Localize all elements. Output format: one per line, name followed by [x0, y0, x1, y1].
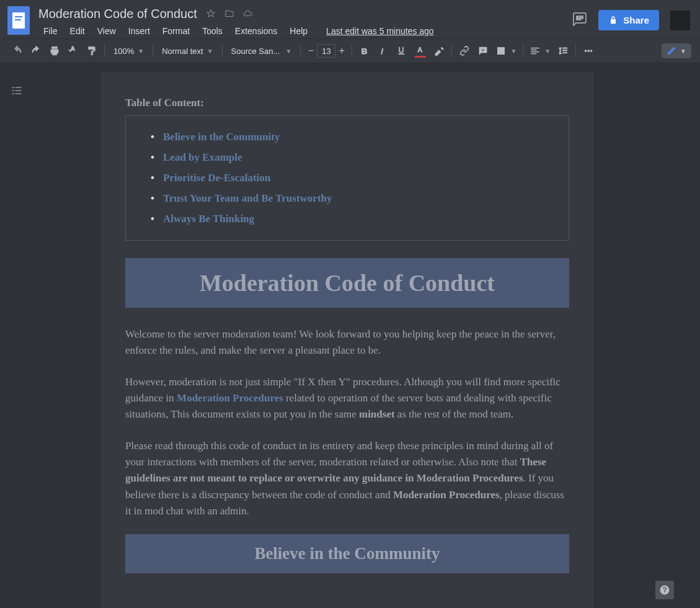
toolbar: 100%▼ Normal text▼ Source San...▼ − + B … [0, 38, 700, 63]
menu-insert[interactable]: Insert [123, 24, 155, 38]
docs-logo[interactable] [7, 6, 30, 35]
menu-file[interactable]: File [38, 24, 63, 38]
svg-text:I: I [381, 47, 384, 56]
paragraph: However, moderation is not just simple "… [125, 374, 569, 423]
inline-link[interactable]: Moderation Procedures [177, 392, 283, 404]
outline-toggle[interactable] [8, 82, 25, 99]
underline-button[interactable]: U [393, 42, 410, 60]
style-dropdown[interactable]: Normal text▼ [157, 42, 218, 60]
svg-point-6 [588, 50, 590, 52]
cloud-icon[interactable] [243, 9, 253, 19]
doc-title[interactable]: Moderation Code of Conduct [38, 7, 197, 21]
svg-point-5 [585, 50, 587, 52]
svg-rect-3 [399, 54, 404, 55]
menu-view[interactable]: View [92, 24, 121, 38]
menu-tools[interactable]: Tools [197, 24, 228, 38]
doc-main-title: Moderation Code of Conduct [125, 258, 569, 308]
comments-icon[interactable] [572, 12, 587, 29]
align-dropdown[interactable]: ▼ [527, 42, 553, 60]
add-comment-button[interactable] [474, 42, 492, 60]
font-dropdown[interactable]: Source San...▼ [226, 42, 297, 60]
share-button[interactable]: Share [598, 10, 659, 30]
svg-text:U: U [399, 46, 404, 55]
document-page[interactable]: Table of Content: Believe in the Communi… [100, 72, 594, 608]
toc-box: Believe in the Community Lead by Example… [125, 115, 569, 241]
spellcheck-button[interactable] [64, 42, 82, 60]
menu-edit[interactable]: Edit [65, 24, 90, 38]
paint-format-button[interactable] [83, 42, 100, 60]
menu-format[interactable]: Format [157, 24, 195, 38]
menu-help[interactable]: Help [285, 24, 312, 38]
italic-button[interactable]: I [374, 42, 392, 60]
svg-text:B: B [361, 47, 368, 56]
toc-item: Prioritise De-Escalation [151, 172, 544, 184]
menubar: File Edit View Insert Format Tools Exten… [38, 24, 572, 38]
svg-point-7 [590, 50, 592, 52]
toc-item: Always Be Thinking [151, 213, 544, 225]
editing-mode-button[interactable]: ▼ [662, 43, 691, 58]
link-button[interactable] [456, 42, 473, 60]
lock-icon [608, 16, 618, 25]
paragraph: Welcome to the server moderation team! W… [125, 326, 569, 359]
pencil-icon [667, 46, 676, 56]
menu-extensions[interactable]: Extensions [230, 24, 282, 38]
highlight-button[interactable] [430, 42, 448, 60]
font-size-plus[interactable]: + [335, 43, 348, 58]
move-icon[interactable] [224, 9, 234, 19]
svg-text:A: A [418, 46, 423, 53]
explore-button[interactable] [655, 581, 674, 599]
undo-button[interactable] [9, 42, 26, 60]
insert-image-dropdown[interactable]: ▼ [493, 42, 519, 60]
toc-header: Table of Content: [125, 97, 569, 109]
redo-button[interactable] [27, 42, 45, 60]
zoom-dropdown[interactable]: 100%▼ [109, 42, 149, 60]
last-edit-link[interactable]: Last edit was 5 minutes ago [321, 24, 439, 38]
font-size-minus[interactable]: − [304, 43, 317, 58]
bold-button[interactable]: B [356, 42, 373, 60]
avatar[interactable] [670, 11, 690, 30]
star-icon[interactable] [206, 9, 216, 19]
text-color-button[interactable]: A [412, 42, 429, 60]
font-size-input[interactable] [317, 44, 335, 58]
line-spacing-button[interactable] [554, 42, 572, 60]
print-button[interactable] [46, 42, 63, 60]
toc-item: Trust Your Team and Be Trustworthy [151, 192, 544, 205]
toc-item: Believe in the Community [151, 131, 544, 143]
titlebar: Moderation Code of Conduct File Edit Vie… [0, 0, 700, 38]
section-heading: Believe in the Community [125, 534, 569, 573]
more-button[interactable] [580, 42, 597, 60]
paragraph: Please read through this code of conduct… [125, 438, 569, 520]
toc-item: Lead by Example [151, 151, 544, 164]
